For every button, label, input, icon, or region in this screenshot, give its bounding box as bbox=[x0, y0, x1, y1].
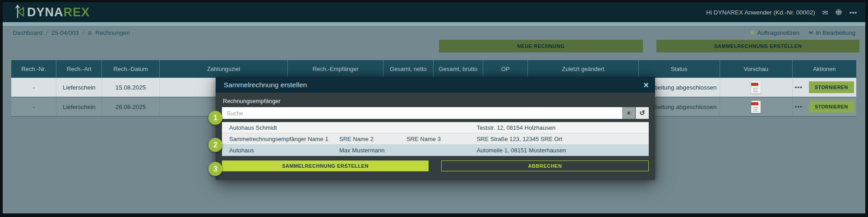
modal-title-bar: Sammelrechnung erstellen × bbox=[216, 77, 655, 93]
row-actions-menu-icon[interactable]: ••• bbox=[795, 104, 803, 110]
recipient-list-item[interactable]: Sammelrechnungsempfänger Name 1 SRE Name… bbox=[222, 133, 649, 145]
more-options-icon[interactable]: ••• bbox=[850, 9, 857, 15]
recipient-list-item[interactable]: Autohaus Schmidt Teststr. 12, 08154 Holz… bbox=[222, 122, 649, 133]
globe-icon[interactable] bbox=[835, 9, 842, 16]
user-greeting: Hi DYNAREX Anwender (Kd.-Nr. 00002) bbox=[706, 9, 815, 16]
col-header-op: OP bbox=[483, 60, 527, 78]
recipient-list-item-selected[interactable]: Autohaus Max Mustermann Automeile 1, 081… bbox=[222, 145, 649, 156]
cell-vorschau bbox=[720, 97, 792, 116]
recipient-name2: Max Mustermann bbox=[339, 147, 406, 154]
cell-rech-art: Lieferschein bbox=[56, 78, 102, 97]
mail-icon[interactable]: ✉ bbox=[822, 9, 828, 16]
modal-cancel-button[interactable]: ABBRECHEN bbox=[441, 160, 649, 171]
chevron-down-icon bbox=[809, 29, 813, 34]
app-window: DYNAREX Hi DYNAREX Anwender (Kd.-Nr. 000… bbox=[3, 2, 865, 213]
notes-list-icon: ≡ bbox=[750, 28, 754, 37]
create-collective-invoice-button[interactable]: SAMMELRECHNUNG ERSTELLEN bbox=[656, 40, 859, 52]
app-logo: DYNAREX bbox=[14, 4, 90, 20]
logo-arrow-icon bbox=[14, 4, 25, 20]
close-icon[interactable]: × bbox=[643, 80, 649, 90]
recipient-name: Autohaus bbox=[229, 147, 339, 154]
stornieren-button[interactable]: STORNIEREN bbox=[809, 101, 854, 113]
cell-rech-art: Lieferschein bbox=[56, 97, 102, 116]
order-notes-button[interactable]: ≡ Auftragsnotizen bbox=[750, 28, 799, 37]
breadcrumb-current: Rechnungen bbox=[95, 29, 130, 36]
order-status-value: In Bearbeitung bbox=[816, 29, 855, 36]
breadcrumb-separator: / bbox=[46, 29, 48, 36]
recipient-address: Automeile 1, 08151 Musterhausen bbox=[476, 147, 642, 154]
col-header-zuletzt-geaendert: Zuletzt geändert bbox=[527, 60, 638, 78]
header-separator-strip bbox=[3, 22, 865, 26]
order-notes-label: Auftragsnotizen bbox=[757, 29, 799, 36]
list-icon: ≡ bbox=[88, 29, 92, 37]
cell-rech-datum: 26.08.2025 bbox=[102, 97, 159, 116]
cell-rech-nr: - bbox=[11, 78, 56, 97]
breadcrumb-order[interactable]: 25-04/003 bbox=[51, 29, 79, 36]
breadcrumb-dashboard[interactable]: Dashboard bbox=[13, 29, 42, 36]
recipient-name3: SRE Name 3 bbox=[406, 136, 476, 142]
order-status-dropdown[interactable]: In Bearbeitung bbox=[809, 29, 855, 36]
recipient-address: SRE Straße 123, 12345 SRE Ort bbox=[476, 136, 642, 142]
annotation-badge-2: 2 bbox=[208, 138, 222, 152]
col-header-rech-datum: Rech.-Datum bbox=[102, 60, 159, 78]
row-actions-menu-icon[interactable]: ••• bbox=[795, 84, 803, 90]
cell-aktionen: ••• STORNIEREN bbox=[792, 78, 856, 97]
annotation-badge-3: 3 bbox=[208, 162, 222, 176]
new-invoice-button[interactable]: NEUE RECHNUNG bbox=[439, 40, 643, 52]
breadcrumb-separator: / bbox=[83, 29, 84, 36]
recipient-list: Autohaus Schmidt Teststr. 12, 08154 Holz… bbox=[222, 122, 649, 156]
recipient-label: Rechnungsempfänger bbox=[223, 98, 649, 104]
recipient-name: Sammelrechnungsempfänger Name 1 bbox=[229, 136, 339, 142]
col-header-rech-art: Rech.-Art bbox=[56, 60, 102, 78]
cell-aktionen: ••• STORNIEREN bbox=[792, 97, 856, 116]
recipient-name2: SRE Name 2 bbox=[339, 136, 406, 142]
stornieren-button[interactable]: STORNIEREN bbox=[809, 81, 854, 93]
annotation-badge-1: 1 bbox=[208, 111, 222, 125]
breadcrumb-bar: Dashboard / 25-04/003 / ≡ Rechnungen ≡ A… bbox=[3, 26, 865, 39]
recipient-search-input[interactable] bbox=[222, 107, 622, 119]
recipient-name: Autohaus Schmidt bbox=[229, 124, 339, 131]
table-header-row: Rech.-Nr. Rech.-Art Rech.-Datum Zahlungs… bbox=[11, 60, 856, 78]
cell-rech-nr: - bbox=[11, 97, 56, 116]
pdf-preview-icon[interactable] bbox=[751, 81, 761, 94]
pdf-preview-icon[interactable] bbox=[751, 101, 761, 113]
collective-invoice-modal: Sammelrechnung erstellen × Rechnungsempf… bbox=[216, 77, 655, 180]
col-header-rech-nr: Rech.-Nr. bbox=[11, 60, 56, 78]
modal-submit-button[interactable]: SAMMELRECHNUNG ERSTELLEN bbox=[222, 160, 429, 171]
undo-icon[interactable]: ↺ bbox=[636, 107, 649, 119]
cell-rech-datum: 15.08.2025 bbox=[102, 78, 159, 97]
logo-text: DYNAREX bbox=[27, 5, 90, 19]
breadcrumb: Dashboard / 25-04/003 / ≡ Rechnungen bbox=[13, 29, 130, 37]
cell-vorschau bbox=[720, 78, 792, 97]
recipient-address: Teststr. 12, 08154 Holzhausen bbox=[476, 124, 642, 131]
col-header-vorschau: Vorschau bbox=[720, 60, 792, 78]
clear-search-icon[interactable]: × bbox=[622, 107, 635, 119]
col-header-aktionen: Aktionen bbox=[792, 60, 856, 78]
modal-title: Sammelrechnung erstellen bbox=[224, 81, 307, 89]
top-header-bar: DYNAREX Hi DYNAREX Anwender (Kd.-Nr. 000… bbox=[3, 2, 865, 22]
col-header-gesamt-brutto: Gesamt, brutto bbox=[433, 60, 483, 78]
col-header-gesamt-netto: Gesamt, netto bbox=[383, 60, 433, 78]
col-header-status: Status bbox=[638, 60, 720, 78]
col-header-rech-empfaenger: Rech.-Empfänger bbox=[287, 60, 383, 78]
col-header-zahlungsziel: Zahlungsziel bbox=[159, 60, 288, 78]
